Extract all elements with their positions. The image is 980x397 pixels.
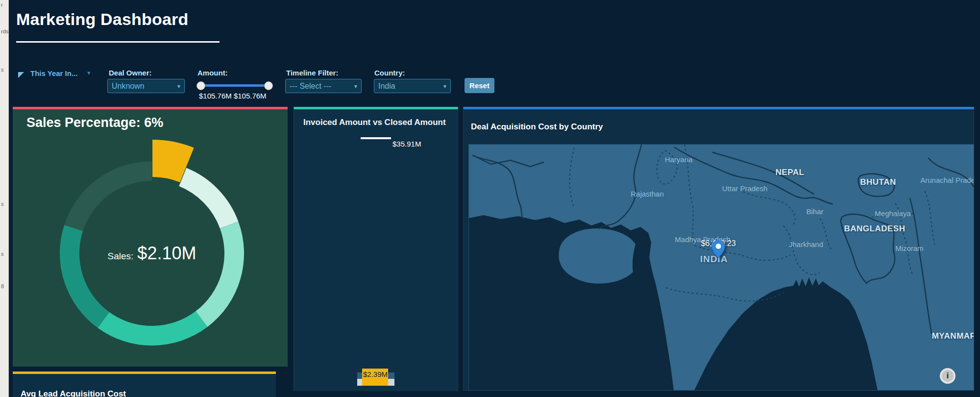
map-label-myanmar: MYANMAR [932, 331, 974, 341]
chevron-down-icon[interactable]: ▾ [87, 69, 91, 76]
country-value: India [378, 82, 395, 91]
info-icon[interactable]: i [940, 368, 956, 384]
invoiced-target-value: $35.91M [392, 140, 421, 148]
amount-label: Amount: [197, 69, 228, 77]
avg-lead-cost-panel: Avg Lead Acquisition Cost [13, 372, 276, 397]
amount-range-slider[interactable] [199, 84, 270, 87]
timeline-filter-select[interactable]: --- Select --- ▾ [285, 79, 362, 93]
dashboard-screen: r rds s s s 8 Marketing Dashboard This Y… [0, 0, 980, 397]
slider-handle-max[interactable] [264, 81, 273, 90]
donut-segment[interactable] [98, 311, 208, 346]
country-select[interactable]: India ▾ [374, 79, 451, 93]
slider-handle-min[interactable] [196, 81, 205, 90]
invoiced-vs-closed-panel: Invoiced Amount vs Closed Amount $35.91M… [294, 107, 458, 391]
invoiced-panel-title: Invoiced Amount vs Closed Amount [303, 118, 446, 127]
map-label-bangladesh: BANGLADESH [844, 224, 906, 234]
timeline-filter-label: Timeline Filter: [286, 69, 338, 77]
map-label-bhutan: BHUTAN [860, 177, 896, 187]
donut-segment[interactable] [60, 225, 109, 328]
invoiced-target-marker[interactable] [361, 137, 391, 139]
map-label-bihar: Bihar [806, 207, 823, 216]
collapsed-sidebar[interactable]: r rds s s s 8 [0, 0, 9, 397]
map-label-jharkhand: Jharkhand [789, 240, 823, 248]
map-label-mizoram: Mizoram [895, 244, 924, 252]
donut-center-label: Sales:$2.10M [108, 243, 196, 264]
deal-owner-value: Unknown [112, 82, 145, 91]
sidebar-text-fragment: r [1, 2, 3, 8]
sales-percentage-panel: Sales Percentage: 6% Sales:$2.10M [13, 107, 288, 367]
donut-segment[interactable] [196, 222, 244, 327]
map-label-uttar-pradesh: Uttar Pradesh [722, 184, 768, 193]
amount-max-value: $105.76M [234, 92, 267, 100]
sidebar-text-fragment: s [1, 251, 4, 257]
deal-owner-select[interactable]: Unknown ▾ [107, 79, 185, 93]
map-label-nepal: NEPAL [776, 168, 805, 177]
chevron-down-icon: ▾ [177, 83, 180, 90]
map-label-rajasthan: Rajasthan [631, 190, 664, 198]
chevron-down-icon: ▾ [354, 83, 357, 90]
avg-lead-panel-title: Avg Lead Acquisition Cost [21, 389, 126, 397]
collapse-triangle-icon[interactable] [18, 72, 24, 78]
amount-min-value: $105.76M [199, 92, 232, 100]
deal-acquisition-map-panel: Deal Acquisition Cost by Country [463, 107, 974, 391]
map-geography [469, 145, 974, 390]
map-label-haryana: Haryana [665, 155, 693, 164]
sidebar-text-fragment: rds [1, 28, 8, 34]
country-label: Country: [374, 69, 405, 77]
amount-range-values: $105.76M $105.76M [199, 92, 272, 100]
donut-center-value: $2.10M [137, 243, 196, 263]
sidebar-text-fragment: s [1, 201, 4, 207]
map-label-arunachal: Arunachal Pradesh [920, 176, 974, 184]
chevron-down-icon: ▾ [443, 83, 446, 90]
map-label-meghalaya: Meghalaya [875, 209, 910, 218]
sales-donut-chart[interactable] [13, 109, 288, 367]
reset-button[interactable]: Reset [465, 78, 494, 93]
donut-center-caption: Sales: [108, 251, 134, 261]
india-map-canvas[interactable]: Haryana NEPAL BHUTAN Arunachal Pradesh R… [468, 144, 974, 391]
view-selector[interactable]: This Year In... [30, 69, 77, 77]
closed-amount-value: $2.39M [361, 370, 390, 378]
timeline-filter-value: --- Select --- [290, 82, 331, 91]
title-underline [16, 41, 220, 43]
sidebar-text-fragment: s [1, 67, 4, 73]
page-title: Marketing Dashboard [16, 10, 188, 29]
deal-owner-label: Deal Owner: [109, 69, 152, 77]
map-panel-title: Deal Acquisition Cost by Country [471, 122, 603, 132]
map-pin-icon[interactable] [712, 240, 725, 260]
donut-segment[interactable] [179, 168, 238, 228]
sidebar-text-fragment: 8 [1, 283, 4, 289]
donut-segment[interactable] [64, 161, 152, 231]
